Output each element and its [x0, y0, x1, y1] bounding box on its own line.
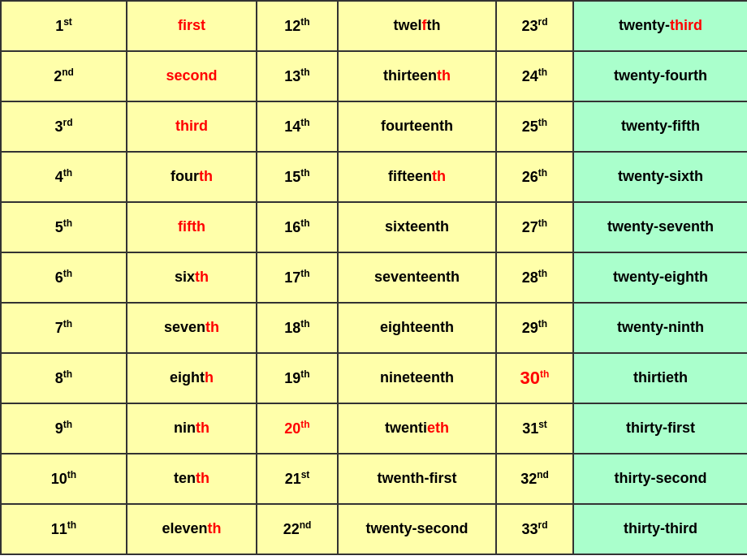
ordinal-number-col2: 14th	[257, 101, 338, 152]
ordinal-word-col3: thirty-third	[573, 504, 747, 554]
ordinal-word-col1: fifth	[127, 202, 257, 252]
ordinal-number-col3: 25th	[496, 101, 573, 152]
ordinal-number-col1: 5th	[1, 202, 127, 252]
ordinal-number-col3: 24th	[496, 51, 573, 101]
ordinal-word-col2: fourteenth	[338, 101, 496, 152]
ordinal-word-col1: eighth	[127, 353, 257, 403]
ordinal-word-col2: twenty-second	[338, 504, 496, 554]
ordinal-number-col1: 1st	[1, 1, 127, 51]
ordinal-number-col3: 23rd	[496, 1, 573, 51]
ordinal-number-col2: 16th	[257, 202, 338, 252]
ordinal-word-col2: twelfth	[338, 1, 496, 51]
ordinal-word-col3: twenty-ninth	[573, 303, 747, 353]
ordinal-number-col1: 4th	[1, 152, 127, 202]
ordinal-word-col3: twenty-fifth	[573, 101, 747, 152]
ordinal-number-col1: 8th	[1, 353, 127, 403]
ordinal-number-col2: 22nd	[257, 504, 338, 554]
ordinal-word-col2: sixteenth	[338, 202, 496, 252]
ordinal-word-col3: twenty-sixth	[573, 152, 747, 202]
ordinal-number-col3: 32nd	[496, 454, 573, 504]
ordinal-number-col1: 3rd	[1, 101, 127, 152]
ordinal-word-col1: first	[127, 1, 257, 51]
ordinal-word-col2: fifteenth	[338, 152, 496, 202]
ordinal-number-col1: 6th	[1, 252, 127, 303]
ordinal-number-col2: 18th	[257, 303, 338, 353]
ordinal-number-col2: 19th	[257, 353, 338, 403]
ordinal-number-col1: 7th	[1, 303, 127, 353]
ordinal-word-col3: twenty-seventh	[573, 202, 747, 252]
ordinal-number-col1: 10th	[1, 454, 127, 504]
ordinal-word-col1: sixth	[127, 252, 257, 303]
ordinal-number-col3: 30th	[496, 353, 573, 403]
ordinal-word-col3: thirty-first	[573, 403, 747, 454]
ordinal-word-col2: thirteenth	[338, 51, 496, 101]
ordinal-word-col2: seventeenth	[338, 252, 496, 303]
ordinal-number-col1: 11th	[1, 504, 127, 554]
ordinal-word-col1: tenth	[127, 454, 257, 504]
ordinal-number-col3: 27th	[496, 202, 573, 252]
ordinal-number-col3: 28th	[496, 252, 573, 303]
ordinal-word-col2: twentieth	[338, 403, 496, 454]
ordinal-number-col3: 31st	[496, 403, 573, 454]
ordinal-word-col3: thirtieth	[573, 353, 747, 403]
ordinal-word-col2: eighteenth	[338, 303, 496, 353]
ordinals-table: 1stfirst12thtwelfth23rdtwenty-third2ndse…	[0, 0, 747, 555]
ordinal-number-col1: 2nd	[1, 51, 127, 101]
ordinal-number-col3: 29th	[496, 303, 573, 353]
ordinal-word-col3: twenty-fourth	[573, 51, 747, 101]
ordinal-number-col3: 26th	[496, 152, 573, 202]
ordinal-number-col3: 33rd	[496, 504, 573, 554]
ordinal-word-col1: seventh	[127, 303, 257, 353]
ordinal-number-col2: 13th	[257, 51, 338, 101]
ordinal-word-col1: third	[127, 101, 257, 152]
ordinal-word-col3: twenty-eighth	[573, 252, 747, 303]
ordinal-word-col3: thirty-second	[573, 454, 747, 504]
ordinal-word-col3: twenty-third	[573, 1, 747, 51]
ordinal-number-col2: 20th	[257, 403, 338, 454]
ordinal-word-col1: eleventh	[127, 504, 257, 554]
ordinal-number-col2: 17th	[257, 252, 338, 303]
ordinal-word-col2: nineteenth	[338, 353, 496, 403]
ordinal-number-col2: 15th	[257, 152, 338, 202]
ordinal-word-col2: twenth-first	[338, 454, 496, 504]
ordinal-word-col1: fourth	[127, 152, 257, 202]
ordinal-number-col2: 21st	[257, 454, 338, 504]
ordinal-word-col1: ninth	[127, 403, 257, 454]
ordinal-number-col2: 12th	[257, 1, 338, 51]
ordinal-number-col1: 9th	[1, 403, 127, 454]
ordinal-word-col1: second	[127, 51, 257, 101]
